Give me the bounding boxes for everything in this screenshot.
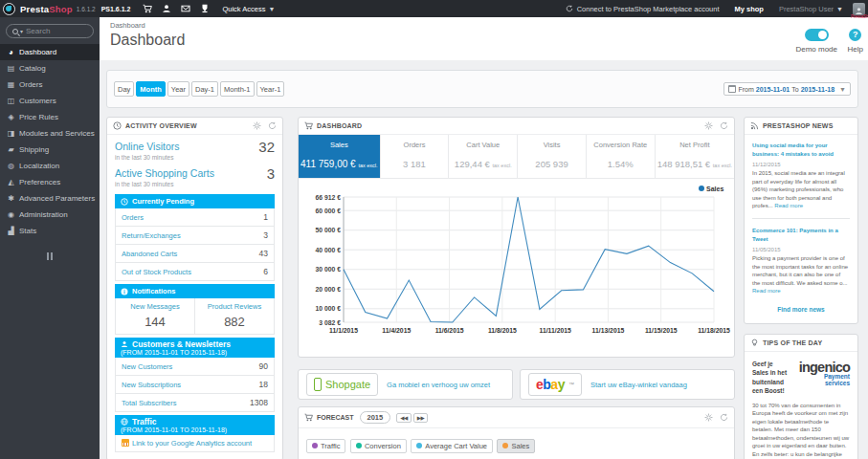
filter-day-button[interactable]: Day (114, 81, 134, 97)
read-more-link[interactable]: Read more (774, 203, 803, 208)
pending-row-abandoned-carts[interactable]: Abandoned Carts43 (116, 245, 274, 263)
sidebar-item-dashboard[interactable]: ◕Dashboard (0, 44, 100, 60)
filter-day-1-button[interactable]: Day-1 (191, 81, 218, 97)
cogs-icon: ✱ (7, 194, 15, 203)
tag-icon: ◈ (7, 113, 15, 121)
kpi-cart-value[interactable]: Cart Value129,44 € tax excl. (449, 135, 518, 178)
shopgate-link[interactable]: Ga mobiel en verhoog uw omzet (387, 381, 490, 389)
panel-refresh-icon[interactable] (720, 121, 728, 130)
filter-month-1-button[interactable]: Month-1 (220, 81, 255, 97)
ebay-module-card[interactable]: ebay ™ Start uw eBay-winkel vandaag (520, 369, 735, 400)
user-menu[interactable]: PrestaShop User▼ (779, 5, 843, 13)
svg-text:30 000 €: 30 000 € (316, 266, 342, 273)
sidebar-item-stats[interactable]: ▟Stats (0, 223, 100, 239)
ebay-logo: ebay ™ (528, 373, 582, 396)
sidebar-item-administration[interactable]: ◉Administration (0, 207, 100, 223)
new-messages-cell[interactable]: New Messages 144 (116, 298, 194, 334)
stats-icon: ▟ (7, 227, 15, 235)
trophy-icon[interactable] (200, 4, 210, 13)
forecast-panel: FORECAST 2015 ◀◀ ▶▶ Traffic Conversion A… (298, 406, 735, 459)
sidebar-item-shipping[interactable]: ▰Shipping (0, 142, 100, 158)
sales-chart: 3 082 €10 000 €20 000 €30 000 €40 000 €5… (299, 179, 734, 357)
sidebar-item-orders[interactable]: ▦Orders (0, 76, 100, 93)
brand-wordmark: PrestaShop (20, 4, 73, 14)
help-button[interactable]: ? (849, 29, 861, 41)
ebay-link[interactable]: Start uw eBay-winkel vandaag (590, 381, 687, 389)
sidebar-collapse-button[interactable] (0, 252, 100, 260)
news-article-date: 11/12/2015 (752, 162, 850, 167)
kpi-orders[interactable]: Orders3 181 (381, 135, 450, 178)
tip-body: 30 tot 70% van de consumenten in Europa … (752, 402, 850, 459)
filter-year-button[interactable]: Year (167, 81, 189, 97)
kpi-visits[interactable]: Visits205 939 (518, 135, 587, 178)
news-article-title[interactable]: Using social media for your business: 4 … (752, 142, 850, 158)
cart-icon[interactable] (143, 4, 152, 13)
activity-overview-title: ACTIVITY OVERVIEW (125, 122, 197, 129)
customer-icon[interactable] (162, 4, 171, 13)
marketplace-link[interactable]: Connect to PrestaShop Marketplace accoun… (566, 5, 720, 13)
pending-row-returns[interactable]: Return/Exchanges3 (116, 227, 274, 245)
panel-refresh-icon[interactable] (720, 413, 728, 422)
customers-person-icon (121, 340, 128, 348)
kpi-conversion-rate[interactable]: Conversion Rate1.54% (587, 135, 656, 178)
sidebar-item-advanced-parameters[interactable]: ✱Advanced Parameters (0, 190, 100, 207)
pending-row-out-of-stock[interactable]: Out of Stock Products6 (116, 263, 274, 280)
notifications-icon (121, 288, 128, 295)
sidebar-item-price-rules[interactable]: ◈Price Rules (0, 109, 100, 125)
currently-pending-header: Currently Pending (115, 194, 275, 208)
sidebar-item-localization[interactable]: ◍Localization (0, 158, 100, 174)
panel-settings-icon[interactable] (704, 121, 713, 130)
sidebar-item-customers[interactable]: ◫Customers (0, 93, 100, 109)
sidebar-item-preferences[interactable]: ◭Preferences (0, 174, 100, 190)
panel-refresh-icon[interactable] (268, 121, 277, 130)
user-avatar[interactable]: PrestaShop (851, 3, 866, 19)
legend-conversion-button[interactable]: Conversion (350, 439, 407, 453)
pending-row-orders[interactable]: Orders1 (116, 208, 274, 227)
legend-traffic-button[interactable]: Traffic (306, 439, 345, 453)
date-range-picker[interactable]: From2015-11-01 To2015-11-18 ▼ (723, 82, 851, 96)
product-reviews-cell[interactable]: Product Reviews 882 (194, 298, 274, 334)
forecast-prev-button[interactable]: ◀◀ (396, 413, 411, 423)
traffic-globe-icon (121, 418, 128, 426)
sidebar-item-modules[interactable]: ◨Modules and Services (0, 125, 100, 142)
forecast-year: 2015 (360, 411, 391, 424)
filter-month-button[interactable]: Month (136, 81, 166, 97)
wrench-icon: ◭ (7, 178, 15, 186)
news-article-body: In 2015, social media are an integral pa… (752, 169, 850, 210)
legend-average-cart-value-button[interactable]: Average Cart Value (411, 439, 493, 453)
svg-text:11/4/2015: 11/4/2015 (382, 327, 411, 334)
sidebar-item-catalog[interactable]: ▤Catalog (0, 60, 100, 76)
shopgate-module-card[interactable]: Shopgate Ga mobiel en verhoog uw omzet (298, 369, 513, 400)
new-subscriptions-row[interactable]: New Subscriptions18 (116, 376, 274, 394)
total-subscribers-row[interactable]: Total Subscribers1308 (116, 394, 274, 411)
quick-access-menu[interactable]: Quick Access▼ (222, 5, 275, 13)
new-customers-row[interactable]: New Customers90 (116, 358, 274, 376)
google-analytics-link-row[interactable]: Link to your Google Analytics account (116, 435, 274, 451)
filter-year-1-button[interactable]: Year-1 (256, 81, 285, 97)
find-more-news-link[interactable]: Find more news (752, 306, 850, 313)
google-analytics-icon (122, 439, 129, 447)
traffic-header: Traffic (FROM 2015-11-01 TO 2015-11-18) (115, 415, 275, 435)
demo-mode-label: Demo mode (795, 45, 837, 54)
news-article-date: 11/05/2015 (752, 247, 850, 252)
mail-icon[interactable] (181, 4, 190, 13)
prestashop-logo-icon (3, 3, 15, 15)
dashboard-panel-title: DASHBOARD (317, 122, 362, 129)
kpi-net-profit[interactable]: Net Profit148 918,51 € tax excl. (656, 135, 734, 178)
panel-settings-icon[interactable] (704, 413, 713, 422)
svg-text:Sales: Sales (706, 186, 723, 192)
sidebar-search-input[interactable]: ▾ Search (6, 24, 94, 38)
forecast-next-button[interactable]: ▶▶ (413, 413, 428, 423)
online-visitors-label[interactable]: Online Visitors (115, 141, 275, 152)
demo-mode-toggle[interactable] (805, 29, 829, 41)
notifications-cells: New Messages 144 Product Reviews 882 (115, 298, 275, 335)
read-more-link[interactable]: Read more (752, 288, 781, 294)
content: Day Month Year Day-1 Month-1 Year-1 From… (100, 60, 868, 459)
my-shop-link[interactable]: My shop (735, 5, 764, 13)
news-article-title[interactable]: Ecommerce 101: Payments in a Tweet (752, 227, 850, 243)
globe-icon: ◍ (7, 162, 15, 170)
legend-sales-button[interactable]: Sales (497, 439, 535, 453)
active-carts-label[interactable]: Active Shopping Carts (115, 167, 275, 179)
kpi-sales[interactable]: Sales411 759,00 € tax excl. (299, 135, 381, 178)
panel-settings-icon[interactable] (253, 121, 261, 130)
